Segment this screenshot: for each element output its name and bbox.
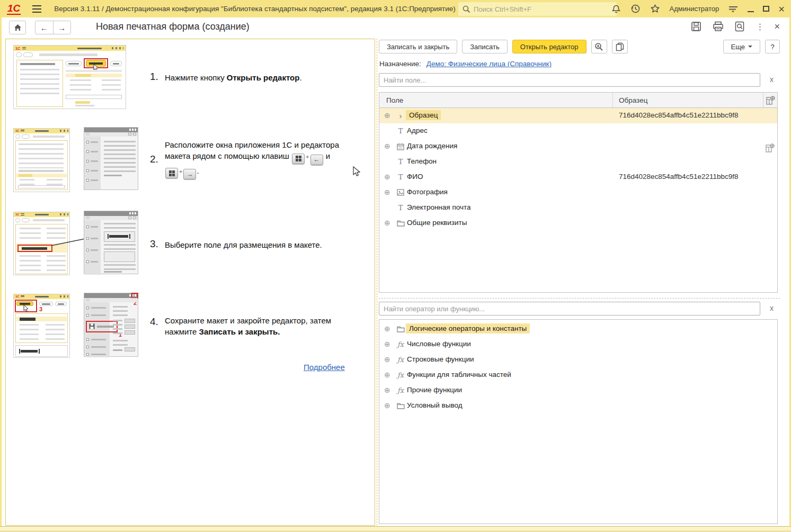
assignment-link[interactable]: Демо: Физические лица (Справочник) (426, 60, 552, 68)
copy-button[interactable] (612, 40, 628, 53)
save-button[interactable]: Записать (462, 40, 508, 53)
field-search-row: x (379, 73, 780, 87)
field-row-email[interactable]: Т Электронная почта (379, 200, 777, 215)
clear-field-search-icon[interactable]: x (770, 75, 774, 84)
function-row-tabular[interactable]: ⊕ ƒx Функции для табличных частей (379, 367, 777, 383)
favorites-star-icon[interactable] (650, 4, 661, 14)
panel-splitter[interactable] (377, 39, 377, 526)
more-button[interactable]: Еще (723, 40, 760, 53)
function-row-conditional[interactable]: ⊕ Условный вывод (379, 398, 777, 413)
column-field: Поле (386, 96, 403, 104)
function-icon: ƒx (396, 386, 405, 395)
expand-icon[interactable]: ⊕ (384, 356, 390, 363)
fields-table: Поле Образец ⊕ › Образец 716d4028ec854af… (379, 92, 778, 293)
field-search-input[interactable] (379, 73, 760, 87)
expand-icon[interactable]: ⊕ (384, 112, 390, 119)
nav-toolbar: ← → Новая печатная форма (создание) ⋮ × (2, 17, 789, 39)
maximize-button[interactable] (763, 6, 769, 12)
step3-text: Выберите поле для размещения в макете. (165, 239, 357, 250)
tutorial-panel: 1С 1С (5, 39, 375, 526)
global-search-input[interactable] (474, 5, 601, 13)
minimize-button[interactable] (748, 6, 754, 12)
back-button[interactable]: ← (35, 21, 54, 34)
mouse-cursor (353, 166, 360, 177)
text-type-icon: Т (396, 157, 405, 166)
windows-key-icon (165, 168, 178, 178)
forward-button[interactable]: → (54, 21, 71, 34)
print-icon[interactable] (712, 21, 724, 32)
1c-logo: 1С (7, 3, 21, 15)
badge-3: 3 (39, 306, 42, 312)
print-preview-icon[interactable] (734, 21, 745, 32)
function-row-logical[interactable]: ⊕ Логические операторы и константы (379, 321, 777, 337)
close-window-button[interactable]: × (778, 5, 785, 13)
assignment-label: Назначение: (379, 60, 421, 68)
field-row-sample[interactable]: ⊕ › Образец 716d4028ec854affb4c51e2211bb… (379, 108, 777, 123)
clear-function-search-icon[interactable]: x (770, 304, 774, 312)
chevron-right-icon: › (396, 111, 405, 120)
expand-icon[interactable]: ⊕ (384, 219, 390, 227)
function-icon: ƒx (396, 340, 405, 349)
window-bottom-frame (0, 526, 791, 532)
copy-icon (616, 42, 624, 51)
arrow-right-key-icon: → (183, 169, 196, 179)
expand-icon[interactable]: ⊕ (384, 371, 390, 378)
row-settings-icon[interactable] (765, 143, 775, 153)
main-menu-icon[interactable] (32, 5, 41, 13)
connection-quality-icon[interactable] (728, 4, 739, 14)
expand-icon[interactable]: ⊕ (384, 173, 390, 181)
function-icon: ƒx (396, 371, 405, 380)
field-row-birthdate[interactable]: ⊕ Дата рождения (379, 139, 777, 154)
window-title: Версия 3.1.11 / Демонстрационная конфигу… (54, 5, 456, 13)
save-icon (89, 323, 95, 329)
field-row-common-attrs[interactable]: ⊕ Общие реквизиты (379, 215, 777, 231)
save-and-close-button[interactable]: Записать и закрыть (379, 40, 457, 53)
step2-number: 2. (150, 154, 158, 165)
page-title: Новая печатная форма (создание) (96, 21, 250, 32)
close-form-button[interactable]: × (774, 23, 780, 30)
history-icon[interactable] (630, 4, 641, 14)
more-commands-icon[interactable]: ⋮ (756, 22, 764, 32)
fields-table-header: Поле Образец (379, 93, 777, 108)
folder-icon (396, 401, 405, 410)
more-details-link[interactable]: Подробнее (304, 363, 345, 372)
chevron-down-icon (748, 46, 752, 48)
function-row-numeric[interactable]: ⊕ ƒx Числовые функции (379, 337, 777, 352)
home-icon (14, 24, 22, 31)
expand-icon[interactable]: ⊕ (384, 386, 390, 394)
field-row-photo[interactable]: ⊕ Фотография (379, 185, 777, 200)
find-button[interactable] (591, 40, 607, 53)
step4-number: 4. (150, 316, 158, 328)
step3-number: 3. (150, 238, 158, 250)
sections-splitter[interactable] (379, 298, 780, 299)
expand-icon[interactable]: ⊕ (384, 340, 390, 348)
save-icon[interactable] (690, 21, 702, 32)
field-row-phone[interactable]: Т Телефон (379, 154, 777, 169)
field-row-fio[interactable]: ⊕ Т ФИО 716d4028ec854affb4c51e2211bbc9f8 (379, 169, 777, 185)
function-row-other[interactable]: ⊕ ƒx Прочие функции (379, 383, 777, 398)
tutorial-thumb-step4: 1С 3 2 (13, 293, 127, 357)
column-sample: Образец (619, 96, 647, 104)
global-search[interactable] (458, 2, 617, 16)
calendar-icon (396, 142, 405, 151)
expand-icon[interactable]: ⊕ (384, 325, 390, 332)
function-icon: ƒx (396, 355, 405, 364)
window-frame-left (0, 17, 2, 532)
open-editor-button[interactable]: Открыть редактор (512, 40, 586, 53)
expand-icon[interactable]: ⊕ (384, 402, 390, 409)
expand-icon[interactable]: ⊕ (384, 188, 390, 196)
current-user[interactable]: Администратор (670, 5, 719, 13)
notifications-bell-icon[interactable] (611, 4, 621, 14)
help-button[interactable]: ? (765, 40, 780, 53)
function-row-string[interactable]: ⊕ ƒx Строковые функции (379, 352, 777, 367)
table-settings-icon[interactable] (766, 95, 776, 105)
windows-key-icon (292, 154, 305, 164)
field-row-address[interactable]: Т Адрес (379, 123, 777, 139)
step2-text: Расположите окна приложения 1С и редакто… (165, 139, 357, 179)
tutorial-thumb-step1: 1С (13, 45, 127, 110)
step1-number: 1. (150, 71, 158, 83)
home-button[interactable] (9, 21, 26, 34)
expand-icon[interactable]: ⊕ (384, 142, 390, 150)
assignment-row: Назначение:Демо: Физические лица (Справо… (379, 60, 552, 68)
function-search-input[interactable] (379, 302, 760, 315)
